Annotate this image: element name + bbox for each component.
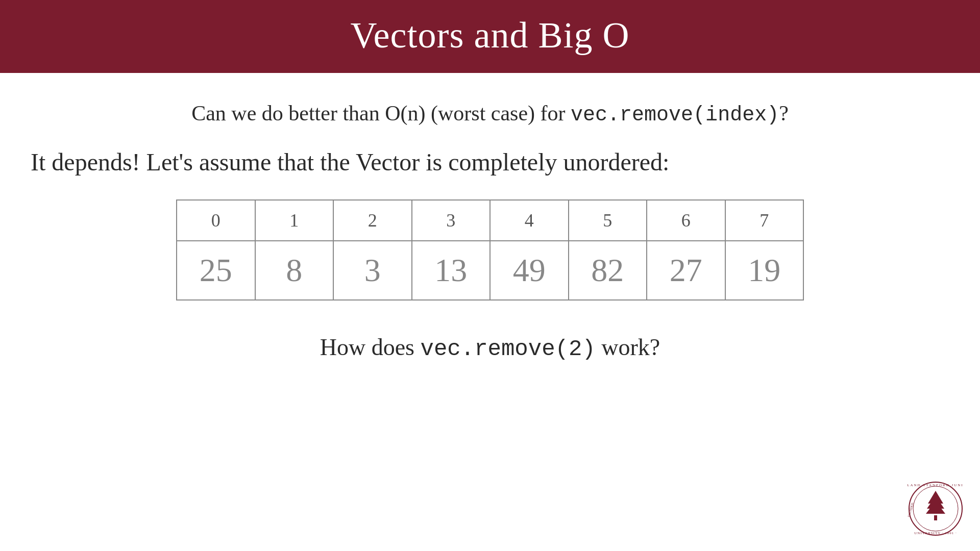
table-index-4: 4 [490,200,569,241]
table-index-7: 7 [725,200,804,241]
question1-code: vec.remove(index) [571,104,779,127]
table-index-row: 0 1 2 3 4 5 6 7 [177,200,803,241]
slide-header: Vectors and Big O [0,0,980,73]
vector-table: 0 1 2 3 4 5 6 7 25 8 3 13 49 82 [176,199,804,300]
vector-table-wrapper: 0 1 2 3 4 5 6 7 25 8 3 13 49 82 [176,199,804,300]
table-value-3: 13 [412,241,491,300]
question2-code: vec.remove(2) [421,336,596,362]
svg-rect-2 [934,515,937,520]
seal-svg: LELAND STANFORD JUNIOR UNIVERSITY · 1891… [908,481,964,537]
table-value-0: 25 [177,241,255,300]
table-index-0: 0 [177,200,255,241]
table-value-5: 82 [569,241,647,300]
question1: Can we do better than O(n) (worst case) … [31,98,949,130]
stanford-seal: LELAND STANFORD JUNIOR UNIVERSITY · 1891… [908,481,964,537]
table-index-5: 5 [569,200,647,241]
slide-content: Can we do better than O(n) (worst case) … [0,73,980,365]
question1-prefix: Can we do better than O(n) (worst case) … [191,102,571,125]
table-value-row: 25 8 3 13 49 82 27 19 [177,241,803,300]
question2: How does vec.remove(2) work? [31,331,949,365]
question2-suffix: work? [596,334,660,360]
question1-suffix: ? [779,102,789,125]
table-index-2: 2 [333,200,412,241]
table-value-4: 49 [490,241,569,300]
table-value-2: 3 [333,241,412,300]
svg-text:UNIVERSITY · 1891 ·: UNIVERSITY · 1891 · [914,531,957,535]
slide-title: Vectors and Big O [0,14,980,57]
table-value-7: 19 [725,241,804,300]
table-value-6: 27 [647,241,725,300]
table-value-1: 8 [255,241,334,300]
table-index-1: 1 [255,200,334,241]
table-index-6: 6 [647,200,725,241]
depends-text: It depends! Let's assume that the Vector… [31,145,949,179]
question2-prefix: How does [320,334,421,360]
table-index-3: 3 [412,200,491,241]
svg-text:LELAND STANFORD JUNIOR: LELAND STANFORD JUNIOR [908,483,964,487]
